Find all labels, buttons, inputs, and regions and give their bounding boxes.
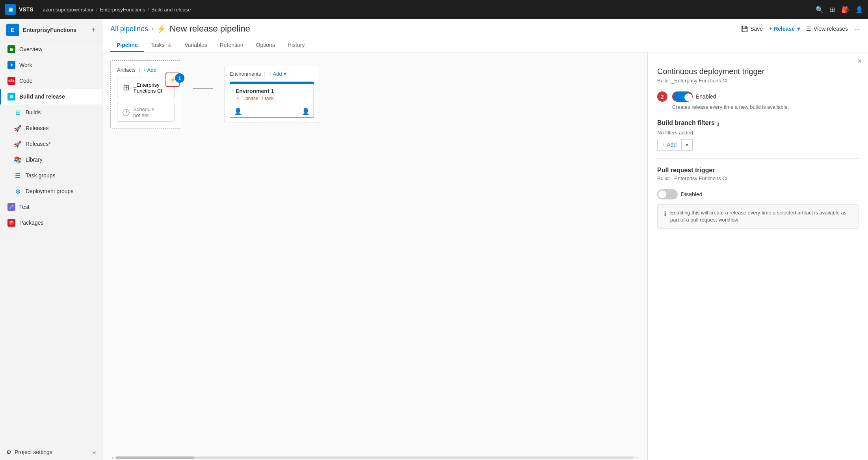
breadcrumb-project[interactable]: azuresuperpowerstour — [43, 7, 94, 13]
tab-pipeline[interactable]: Pipeline — [110, 39, 144, 52]
main-content: All pipelines › ⚡ New release pipeline 💾… — [102, 19, 868, 460]
close-button[interactable]: × — [857, 57, 862, 65]
deployment-groups-icon: ⊗ — [14, 187, 22, 195]
pull-request-toggle[interactable] — [657, 189, 678, 199]
build-icon: ⚙ — [7, 93, 15, 101]
pr-toggle-thumb — [658, 190, 666, 198]
save-icon: 💾 — [741, 26, 748, 32]
sidebar-item-build-and-release[interactable]: ⚙ Build and release — [0, 89, 102, 104]
pull-request-toggle-container[interactable]: Disabled — [657, 189, 859, 199]
sidebar-label-test: Test — [19, 204, 30, 210]
search-icon[interactable]: 🔍 — [816, 6, 823, 13]
environment-card[interactable]: Environment 1 ⚠ 1 phase, 1 task 👤 👤 — [230, 82, 314, 118]
pull-request-info-text: Enabling this will create a release ever… — [670, 209, 852, 223]
more-options-button[interactable]: ··· — [854, 25, 860, 33]
sidebar-item-task-groups[interactable]: ☰ Task groups — [0, 168, 102, 183]
toggle-thumb — [684, 93, 692, 101]
artifact-grid-icon: ⊞ — [123, 83, 130, 92]
warning-circle-icon: ⚠ — [236, 96, 240, 101]
content-tabs: Pipeline Tasks ⚠ Variables Retention Opt… — [110, 39, 860, 52]
artifacts-header: Artifacts | + Add — [117, 67, 175, 73]
sidebar-item-code[interactable]: </> Code — [0, 73, 102, 89]
branch-filters-info-icon[interactable]: ℹ — [717, 121, 719, 127]
toggle-enabled-label: Enabled — [696, 93, 716, 100]
sidebar-item-test[interactable]: 🧪 Test — [0, 199, 102, 215]
filter-dropdown-icon: ▾ — [686, 142, 688, 148]
branch-filters-title: Build branch filters — [657, 119, 715, 127]
sidebar-label-builds: Builds — [26, 109, 41, 115]
artifacts-add-button[interactable]: + Add — [143, 67, 156, 73]
work-icon: ✦ — [7, 61, 15, 69]
trigger-row: 2 Enabled — [657, 91, 859, 102]
view-releases-label: View releases — [814, 26, 848, 32]
sidebar-label-packages: Packages — [19, 220, 43, 226]
scrollbar-thumb[interactable] — [115, 456, 194, 459]
project-settings-label: Project settings — [15, 449, 52, 455]
pull-request-subtitle: Build: _Enterprisy Functions CI — [657, 175, 859, 181]
project-info[interactable]: E EnterprisyFunctions — [6, 24, 76, 36]
release-button[interactable]: + Release ▾ — [769, 26, 800, 32]
save-button[interactable]: 💾 Save — [741, 26, 763, 32]
environments-add-button[interactable]: + Add ▾ — [269, 71, 286, 77]
grid-icon[interactable]: ⊞ — [830, 6, 835, 13]
scroll-left-arrow[interactable]: ‹ — [110, 454, 115, 460]
env-card-body: Environment 1 ⚠ 1 phase, 1 task — [230, 84, 314, 105]
environment-name: Environment 1 — [236, 88, 308, 94]
add-filter-label: + Add — [662, 142, 677, 148]
project-settings-link[interactable]: ⚙ Project settings — [6, 449, 52, 455]
add-project-button[interactable]: + — [91, 26, 96, 34]
avatar-icon[interactable]: 👤 — [855, 6, 863, 13]
tab-tasks[interactable]: Tasks ⚠ — [144, 39, 178, 52]
bag-icon[interactable]: 🎒 — [841, 6, 849, 13]
build-branch-filters-section: Build branch filters ℹ No filters added.… — [657, 119, 859, 151]
add-filter-button[interactable]: + Add — [657, 139, 681, 151]
vsts-logo-icon: ▣ — [5, 4, 16, 15]
tab-history[interactable]: History — [281, 39, 311, 52]
schedule-card[interactable]: 🕐 Schedule not set — [117, 103, 175, 122]
sidebar-item-releases[interactable]: 🚀 Releases — [0, 120, 102, 136]
breadcrumb-page: Build and release — [151, 7, 191, 13]
app-logo[interactable]: ▣ VSTS — [5, 4, 33, 15]
tab-retention[interactable]: Retention — [214, 39, 250, 52]
view-releases-button[interactable]: ☰ View releases — [806, 26, 848, 32]
top-breadcrumb: azuresuperpowerstour / EnterprisyFunctio… — [43, 7, 816, 13]
release-dropdown-icon[interactable]: ▾ — [797, 26, 800, 32]
code-icon: </> — [7, 77, 15, 85]
env-add-dropdown-icon[interactable]: ▾ — [284, 71, 286, 77]
sidebar-item-overview[interactable]: ⊞ Overview — [0, 41, 102, 57]
sidebar-item-deployment-groups[interactable]: ⊗ Deployment groups — [0, 183, 102, 199]
env-person-left-icon[interactable]: 👤 — [234, 108, 242, 115]
builds-icon: ⊞ — [14, 108, 22, 116]
toggle-container[interactable]: Enabled — [672, 91, 716, 102]
filter-dropdown-button[interactable]: ▾ — [681, 139, 693, 151]
sidebar-item-work[interactable]: ✦ Work — [0, 57, 102, 73]
pipeline-title[interactable]: New release pipeline — [169, 24, 250, 34]
artifacts-label: Artifacts — [117, 67, 136, 73]
artifacts-box: Artifacts | + Add ⊞ _Enterprisy Function… — [110, 60, 181, 129]
pull-request-toggle-label: Disabled — [681, 191, 702, 197]
test-icon: 🧪 — [7, 203, 15, 211]
sidebar-label-work: Work — [19, 62, 32, 68]
pipeline-scrollbar-area: ‹ › — [102, 455, 647, 460]
sidebar-item-library[interactable]: 📚 Library — [0, 152, 102, 168]
task-groups-icon: ☰ — [14, 171, 22, 179]
sidebar-item-builds[interactable]: ⊞ Builds — [0, 104, 102, 120]
artifact-card[interactable]: ⊞ _Enterprisy Functions CI ⚡ 1 — [117, 78, 175, 98]
releases-star-icon: 🚀 — [14, 140, 22, 148]
all-pipelines-link[interactable]: All pipelines — [110, 25, 148, 33]
tab-variables[interactable]: Variables — [178, 39, 213, 52]
environment-status: ⚠ 1 phase, 1 task — [236, 96, 308, 101]
info-icon: ℹ — [664, 210, 666, 218]
scrollbar-track[interactable] — [115, 456, 635, 459]
breadcrumb-section[interactable]: EnterprisyFunctions — [100, 7, 145, 13]
env-person-right-icon[interactable]: 👤 — [302, 108, 310, 115]
tab-options[interactable]: Options — [250, 39, 281, 52]
main-layout: E EnterprisyFunctions + ⊞ Overview ✦ Wor… — [0, 19, 868, 460]
scroll-right-arrow[interactable]: › — [634, 454, 639, 460]
sidebar-item-releases-star[interactable]: 🚀 Releases* — [0, 136, 102, 152]
sidebar-collapse-button[interactable]: « — [93, 449, 96, 455]
continuous-deploy-toggle[interactable] — [672, 91, 693, 102]
sidebar-item-packages[interactable]: 📦 Packages — [0, 215, 102, 231]
content-header: All pipelines › ⚡ New release pipeline 💾… — [102, 19, 868, 52]
library-icon: 📚 — [14, 156, 22, 164]
